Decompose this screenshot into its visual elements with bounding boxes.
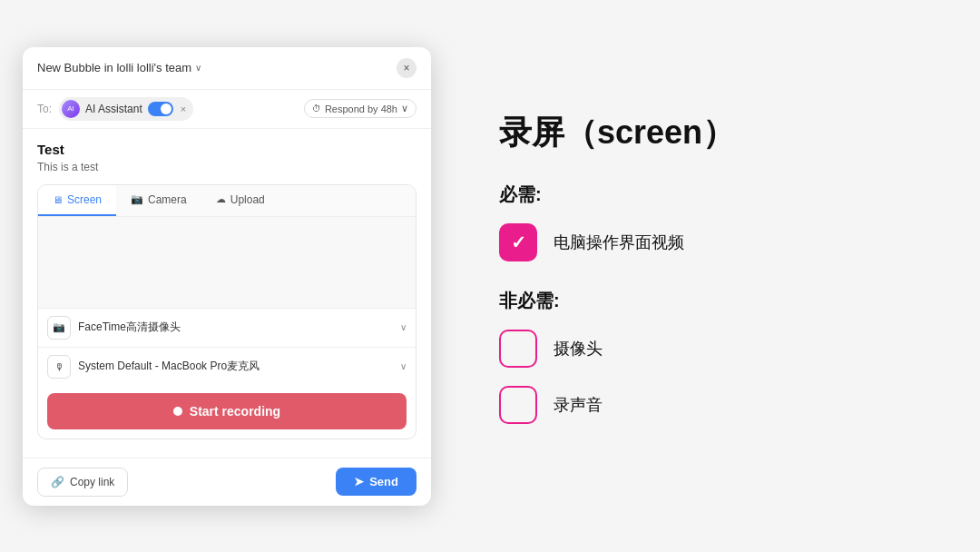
camera-select[interactable]: FaceTime高清摄像头 xyxy=(78,320,393,335)
toggle-switch[interactable] xyxy=(148,102,173,116)
check-box-checked: ✓ xyxy=(499,223,537,261)
to-row: To: AI AI Assistant × ⏱ Respond by 48h ∨ xyxy=(23,90,431,129)
link-icon: 🔗 xyxy=(51,476,64,488)
send-button[interactable]: ➤ Send xyxy=(336,468,416,496)
chevron-down-icon: ∨ xyxy=(195,63,201,73)
recording-area: 🖥 Screen 📷 Camera ☁ Upload xyxy=(37,184,416,439)
avatar: AI xyxy=(62,100,80,118)
tab-screen[interactable]: 🖥 Screen xyxy=(38,185,116,216)
camera-tab-icon: 📷 xyxy=(131,193,143,205)
dialog-title-text: New Bubble in lolli lolli's team xyxy=(37,61,191,74)
screen-icon: 🖥 xyxy=(53,194,63,205)
required-section-label: 必需: xyxy=(499,182,935,207)
mic-dropdown-row: 🎙 System Default - MacBook Pro麦克风 ∨ xyxy=(38,347,416,386)
chip-close-icon[interactable]: × xyxy=(181,104,186,114)
mic-value: System Default - MacBook Pro麦克风 xyxy=(78,360,260,372)
upload-icon: ☁ xyxy=(216,193,226,205)
dialog-header: New Bubble in lolli lolli's team ∨ × xyxy=(23,47,431,90)
optional-item-text-1: 录声音 xyxy=(554,394,603,416)
bubble-desc: This is a test xyxy=(37,161,416,173)
close-button[interactable]: × xyxy=(397,58,416,78)
dialog-body: Test This is a test 🖥 Screen 📷 Camera ☁ xyxy=(23,129,431,458)
optional-item-0: 摄像头 xyxy=(499,330,935,368)
preview-area xyxy=(38,217,416,308)
recipient-name: AI Assistant xyxy=(85,103,142,115)
tab-camera[interactable]: 📷 Camera xyxy=(116,185,201,216)
dialog-footer: 🔗 Copy link ➤ Send xyxy=(23,458,431,506)
camera-dropdown-row: 📷 FaceTime高清摄像头 ∨ xyxy=(38,308,416,347)
to-label: To: xyxy=(37,103,52,115)
camera-value: FaceTime高清摄像头 xyxy=(78,320,181,333)
start-recording-label: Start recording xyxy=(190,404,280,419)
dialog-title: New Bubble in lolli lolli's team ∨ xyxy=(37,61,201,74)
camera-chevron-icon: ∨ xyxy=(400,322,407,332)
right-panel: 录屏（screen） 必需: ✓ 电脑操作界面视频 非必需: 摄像头 录声音 xyxy=(454,0,980,552)
copy-link-label: Copy link xyxy=(70,476,114,488)
clock-icon: ⏱ xyxy=(312,104,321,113)
camera-dropdown-icon: 📷 xyxy=(47,316,71,340)
bubble-title: Test xyxy=(37,142,416,157)
send-label: Send xyxy=(369,475,398,488)
mic-icon: 🎙 xyxy=(54,361,64,372)
to-left: To: AI AI Assistant × xyxy=(37,97,193,121)
send-icon: ➤ xyxy=(354,475,364,488)
checkmark-icon: ✓ xyxy=(511,232,526,253)
mic-chevron-icon: ∨ xyxy=(400,361,407,371)
tab-bar: 🖥 Screen 📷 Camera ☁ Upload xyxy=(38,185,416,217)
optional-section-label: 非必需: xyxy=(499,289,935,313)
check-box-unchecked-0 xyxy=(499,330,537,368)
respond-badge[interactable]: ⏱ Respond by 48h ∨ xyxy=(304,99,416,118)
dialog-modal: New Bubble in lolli lolli's team ∨ × To:… xyxy=(23,47,431,506)
mic-select[interactable]: System Default - MacBook Pro麦克风 xyxy=(78,359,393,374)
camera-icon: 📷 xyxy=(53,321,65,333)
respond-chevron-icon: ∨ xyxy=(401,103,408,114)
start-recording-button[interactable]: Start recording xyxy=(47,393,407,429)
tab-upload-label: Upload xyxy=(230,193,265,206)
left-panel: New Bubble in lolli lolli's team ∨ × To:… xyxy=(0,0,454,552)
record-dot-icon xyxy=(173,407,182,416)
required-item-0: ✓ 电脑操作界面视频 xyxy=(499,223,935,261)
tab-camera-label: Camera xyxy=(148,193,187,206)
optional-item-text-0: 摄像头 xyxy=(554,338,603,360)
check-box-unchecked-1 xyxy=(499,386,537,424)
required-item-text-0: 电脑操作界面视频 xyxy=(554,232,684,253)
mic-dropdown-icon: 🎙 xyxy=(47,355,71,379)
tab-screen-label: Screen xyxy=(67,193,102,206)
avatar-icon: AI xyxy=(67,104,74,113)
copy-link-button[interactable]: 🔗 Copy link xyxy=(37,468,128,497)
tab-upload[interactable]: ☁ Upload xyxy=(201,185,279,216)
respond-label: Respond by 48h xyxy=(325,104,397,114)
optional-section: 非必需: 摄像头 录声音 xyxy=(499,289,935,442)
recipient-chip[interactable]: AI AI Assistant × xyxy=(59,97,193,121)
close-icon: × xyxy=(403,62,409,74)
page-title: 录屏（screen） xyxy=(499,111,935,155)
optional-item-1: 录声音 xyxy=(499,386,935,424)
